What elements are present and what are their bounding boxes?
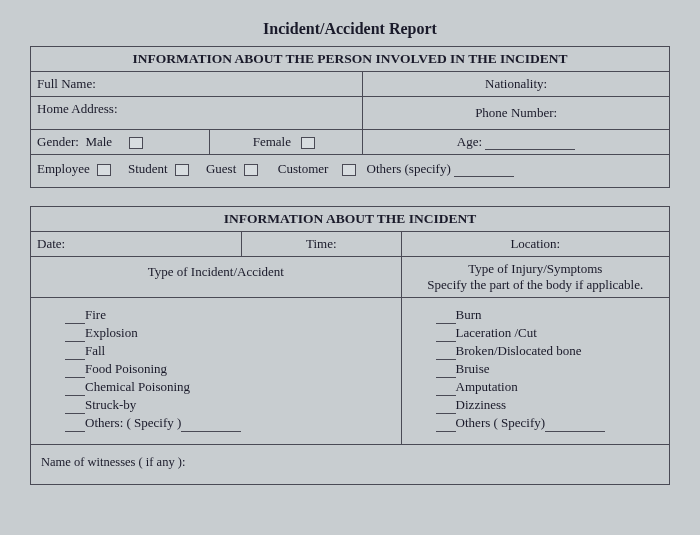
time-label: Time: [306, 236, 337, 251]
incident-type-blank[interactable] [65, 383, 85, 396]
injury-type-blank[interactable] [436, 347, 456, 360]
injury-type-row: Bruise [436, 360, 653, 378]
incident-type-blank[interactable] [65, 347, 85, 360]
location-label: Location: [510, 236, 560, 251]
phone-label: Phone Number: [475, 105, 557, 120]
male-checkbox[interactable] [129, 137, 143, 149]
injury-type-row: Amputation [436, 378, 653, 396]
type-injury-header-cell: Type of Injury/Symptoms Specify the part… [401, 257, 669, 298]
guest-label: Guest [206, 161, 236, 176]
injury-type-blank[interactable] [436, 329, 456, 342]
incident-type-blank[interactable] [65, 329, 85, 342]
employee-checkbox[interactable] [97, 164, 111, 176]
home-address-cell[interactable]: Home Address: [31, 97, 363, 130]
employee-label: Employee [37, 161, 90, 176]
injury-type-blank[interactable] [436, 365, 456, 378]
incident-type-label: Others: ( Specify ) [85, 415, 181, 430]
student-label: Student [128, 161, 168, 176]
incident-type-row: Others: ( Specify ) [65, 414, 385, 432]
incident-type-label: Chemical Poisoning [85, 379, 190, 394]
incident-info-table: INFORMATION ABOUT THE INCIDENT Date: Tim… [30, 206, 670, 485]
injury-type-row: Others ( Specify) [436, 414, 653, 432]
incident-type-blank[interactable] [65, 401, 85, 414]
nationality-cell[interactable]: Nationality: [363, 72, 670, 97]
date-cell[interactable]: Date: [31, 232, 242, 257]
person-info-table: INFORMATION ABOUT THE PERSON INVOLVED IN… [30, 46, 670, 188]
gender-male-cell: Gender: Male [31, 130, 210, 155]
injury-type-row: Laceration /Cut [436, 324, 653, 342]
incident-type-label: Struck-by [85, 397, 136, 412]
injury-type-others-blank[interactable] [545, 419, 605, 432]
female-label: Female [253, 134, 291, 149]
role-row: Employee Student Guest Customer Others (… [31, 155, 670, 188]
incident-type-row: Chemical Poisoning [65, 378, 385, 396]
phone-cell[interactable]: Phone Number: [363, 97, 670, 130]
incident-type-blank[interactable] [65, 419, 85, 432]
incident-types-cell: FireExplosionFallFood PoisoningChemical … [31, 298, 402, 445]
injury-type-blank[interactable] [436, 419, 456, 432]
type-injury-header: Type of Injury/Symptoms [468, 261, 602, 276]
age-blank[interactable] [485, 137, 575, 150]
guest-checkbox[interactable] [244, 164, 258, 176]
incident-type-label: Explosion [85, 325, 138, 340]
type-incident-header: Type of Incident/Accident [148, 264, 284, 279]
injury-type-label: Broken/Dislocated bone [456, 343, 582, 358]
incident-type-row: Fire [65, 306, 385, 324]
gender-label: Gender: [37, 134, 79, 149]
injury-types-cell: BurnLaceration /CutBroken/Dislocated bon… [401, 298, 669, 445]
injury-type-label: Dizziness [456, 397, 507, 412]
incident-type-blank[interactable] [65, 365, 85, 378]
incident-type-blank[interactable] [65, 311, 85, 324]
page-title: Incident/Accident Report [30, 20, 670, 38]
section2-header: INFORMATION ABOUT THE INCIDENT [31, 207, 670, 232]
injury-type-label: Laceration /Cut [456, 325, 537, 340]
full-name-label: Full Name: [37, 76, 96, 91]
injury-type-blank[interactable] [436, 401, 456, 414]
incident-type-row: Fall [65, 342, 385, 360]
type-incident-header-cell: Type of Incident/Accident [31, 257, 402, 298]
section1-header: INFORMATION ABOUT THE PERSON INVOLVED IN… [31, 47, 670, 72]
injury-type-blank[interactable] [436, 383, 456, 396]
incident-type-others-blank[interactable] [181, 419, 241, 432]
others-role-blank[interactable] [454, 164, 514, 177]
incident-type-label: Food Poisoning [85, 361, 167, 376]
customer-checkbox[interactable] [342, 164, 356, 176]
injury-type-row: Burn [436, 306, 653, 324]
female-checkbox[interactable] [301, 137, 315, 149]
full-name-cell[interactable]: Full Name: [31, 72, 363, 97]
nationality-label: Nationality: [485, 76, 547, 91]
injury-type-label: Burn [456, 307, 482, 322]
injury-type-label: Others ( Specify) [456, 415, 546, 430]
customer-label: Customer [278, 161, 329, 176]
type-injury-sub: Specify the part of the body if applicab… [427, 277, 643, 292]
time-cell[interactable]: Time: [241, 232, 401, 257]
incident-type-row: Explosion [65, 324, 385, 342]
incident-type-row: Food Poisoning [65, 360, 385, 378]
incident-type-label: Fire [85, 307, 106, 322]
age-label: Age: [457, 134, 482, 149]
incident-type-label: Fall [85, 343, 105, 358]
age-cell[interactable]: Age: [363, 130, 670, 155]
male-label: Male [85, 134, 112, 149]
injury-type-label: Amputation [456, 379, 518, 394]
incident-type-row: Struck-by [65, 396, 385, 414]
location-cell[interactable]: Location: [401, 232, 669, 257]
student-checkbox[interactable] [175, 164, 189, 176]
injury-type-label: Bruise [456, 361, 490, 376]
witness-label: Name of witnesses ( if any ): [41, 455, 185, 469]
injury-type-blank[interactable] [436, 311, 456, 324]
home-address-label: Home Address: [37, 101, 118, 116]
gender-female-cell: Female [209, 130, 362, 155]
injury-type-row: Dizziness [436, 396, 653, 414]
witness-cell[interactable]: Name of witnesses ( if any ): [31, 445, 670, 485]
others-role-label: Others (specify) [367, 161, 451, 176]
injury-type-row: Broken/Dislocated bone [436, 342, 653, 360]
date-label: Date: [37, 236, 65, 251]
